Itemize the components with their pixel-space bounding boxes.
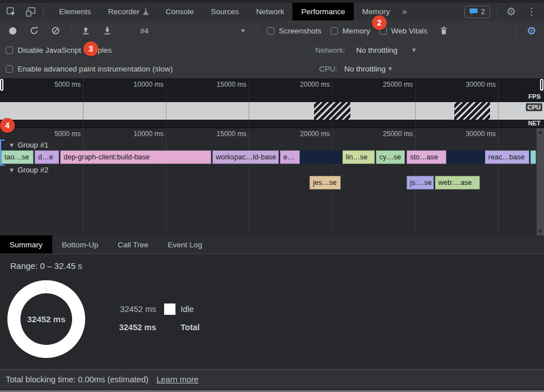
- donut-total-value: 32452 ms: [27, 314, 66, 324]
- overview-tick-label: 5000 ms: [36, 81, 81, 88]
- flame-bar-label: d…e: [38, 153, 53, 161]
- annotation-badge-4: 4: [0, 118, 15, 133]
- caret-down-icon: ▼: [388, 66, 392, 71]
- tab-bottom-up[interactable]: Bottom-Up: [52, 235, 108, 254]
- group1-header[interactable]: ▼ Group #1: [0, 140, 48, 150]
- load-profile-button[interactable]: [79, 24, 93, 37]
- annotation-badge-2: 2: [372, 15, 387, 30]
- group2-track: jes…sejs:…seweb:…ase: [0, 176, 536, 189]
- flame-bar[interactable]: cy…se: [376, 150, 405, 164]
- tab-label: Elements: [59, 7, 91, 16]
- caret-down-icon: ▼: [412, 48, 416, 53]
- checkbox-screenshots[interactable]: Screenshots: [267, 27, 321, 35]
- cpu-throttling-dropdown[interactable]: CPU: No throttling ▼: [319, 65, 392, 73]
- tab-label: Call Tree: [118, 241, 148, 249]
- annotation-badge-3: 3: [83, 41, 98, 56]
- flame-bar-label: cy…se: [379, 153, 401, 161]
- flame-bar[interactable]: reac…base: [485, 150, 529, 164]
- flame-bar-label: reac…base: [488, 153, 525, 161]
- tab-label: Event Log: [168, 241, 202, 249]
- flame-bar[interactable]: web:…ase: [435, 176, 480, 189]
- tab-performance[interactable]: Performance: [292, 3, 353, 20]
- history-dropdown[interactable]: #4 ▼: [136, 27, 249, 35]
- overview-tick-label: 10000 ms: [119, 81, 164, 88]
- advanced-paint-checkbox[interactable]: [6, 65, 13, 73]
- tab-summary[interactable]: Summary: [0, 235, 52, 254]
- settings-gear-icon[interactable]: ⚙: [504, 5, 518, 19]
- legend-swatch: [164, 304, 175, 315]
- flame-bar[interactable]: sto…ase: [407, 150, 446, 164]
- group1-selection-bracket: [0, 140, 5, 166]
- flame-bar[interactable]: [530, 150, 536, 164]
- capture-settings-gear-icon[interactable]: ⚙: [525, 24, 538, 37]
- device-toolbar-icon[interactable]: [24, 5, 37, 19]
- tab-recorder[interactable]: Recorder: [99, 3, 157, 20]
- more-tabs-button[interactable]: »: [398, 6, 411, 17]
- tabbar-left-controls: [0, 3, 47, 20]
- overview-tick-label: 25000 ms: [369, 81, 413, 88]
- flame-bar[interactable]: workspac…ld-base: [212, 150, 279, 164]
- kebab-menu-icon[interactable]: ⋮: [525, 5, 538, 19]
- toolbar-checkboxes: ScreenshotsMemoryWeb Vitals: [267, 27, 428, 35]
- checkbox-web-vitals[interactable]: Web Vitals: [379, 27, 428, 35]
- devtools-tabbar: ElementsRecorderConsoleSourcesNetworkPer…: [0, 0, 544, 20]
- overview-gridline-cpu: [166, 102, 166, 120]
- flame-bar[interactable]: jes…se: [309, 176, 341, 189]
- summary-panel: Range: 0 – 32.45 s 32452 ms 32452 msIdle…: [0, 255, 544, 369]
- tab-elements[interactable]: Elements: [51, 3, 99, 20]
- tab-call-tree[interactable]: Call Tree: [108, 235, 158, 254]
- tab-label: Performance: [301, 7, 345, 16]
- checkbox-box[interactable]: [330, 27, 338, 35]
- legend-value: 32452 ms: [102, 305, 156, 314]
- fps-lane-label: FPS: [527, 92, 542, 100]
- divider: [257, 26, 258, 36]
- issues-bubble-icon: [470, 9, 478, 15]
- advanced-paint-label: Enable advanced paint instrumentation (s…: [18, 65, 173, 73]
- disable-js-samples-checkbox[interactable]: [6, 47, 13, 54]
- reload-and-record-button[interactable]: [27, 24, 41, 37]
- flame-bar-label: e…: [283, 153, 294, 161]
- group2-header[interactable]: ▼ Group #2: [0, 165, 48, 175]
- tab-event-log[interactable]: Event Log: [158, 235, 212, 254]
- tab-console[interactable]: Console: [157, 3, 203, 20]
- devtools-root: ElementsRecorderConsoleSourcesNetworkPer…: [0, 0, 544, 392]
- overview-right-handle[interactable]: [540, 79, 543, 91]
- cpu-label: CPU:: [319, 65, 337, 73]
- tab-label: Memory: [362, 7, 390, 16]
- checkbox-memory[interactable]: Memory: [330, 27, 370, 35]
- delete-recording-button[interactable]: [437, 24, 451, 37]
- tab-sources[interactable]: Sources: [202, 3, 248, 20]
- network-throttling-dropdown[interactable]: Network: No throttling ▼: [315, 46, 416, 54]
- tab-label: Network: [256, 7, 284, 16]
- issues-button[interactable]: 2: [465, 6, 490, 18]
- save-profile-button[interactable]: [101, 24, 114, 37]
- legend-label: Idle: [181, 305, 194, 314]
- overview-left-handle[interactable]: [0, 79, 3, 91]
- clear-button[interactable]: [49, 24, 62, 37]
- record-button[interactable]: [6, 24, 19, 37]
- flame-bar[interactable]: e…: [280, 150, 300, 164]
- flame-bar[interactable]: js:…se: [407, 176, 434, 189]
- overview[interactable]: FPS CPU NET 5000 ms10000 ms15000 ms20000…: [0, 78, 544, 128]
- scroll-down-icon[interactable]: ▼: [538, 230, 542, 234]
- flame-bar[interactable]: dep-graph-client:build-base: [60, 150, 211, 164]
- flame-chart[interactable]: ▼ Group #1 tao…sed…edep-graph-client:bui…: [0, 128, 544, 235]
- flame-bar-label: jes…se: [313, 179, 337, 187]
- flame-bar[interactable]: d…e: [35, 150, 59, 164]
- inspect-element-icon[interactable]: [5, 5, 18, 19]
- summary-donut-chart: 32452 ms: [7, 280, 85, 358]
- donut-hole: 32452 ms: [20, 293, 72, 345]
- flame-bar-label: workspac…ld-base: [216, 153, 276, 161]
- collapse-triangle-icon[interactable]: ▼: [10, 142, 14, 148]
- collapse-triangle-icon[interactable]: ▼: [10, 167, 14, 173]
- tabbar-tabs: ElementsRecorderConsoleSourcesNetworkPer…: [51, 3, 398, 20]
- flame-bar[interactable]: tao…se: [1, 150, 34, 164]
- divider: [516, 26, 517, 36]
- tab-network[interactable]: Network: [248, 3, 293, 20]
- scroll-up-icon[interactable]: ▲: [538, 130, 542, 134]
- flame-bar[interactable]: lin…se: [342, 150, 375, 164]
- checkbox-box[interactable]: [267, 27, 274, 35]
- learn-more-link[interactable]: Learn more: [156, 375, 198, 384]
- flame-bar-label: js:…se: [410, 179, 432, 187]
- flame-scrollbar[interactable]: ▲ ▼: [536, 128, 544, 235]
